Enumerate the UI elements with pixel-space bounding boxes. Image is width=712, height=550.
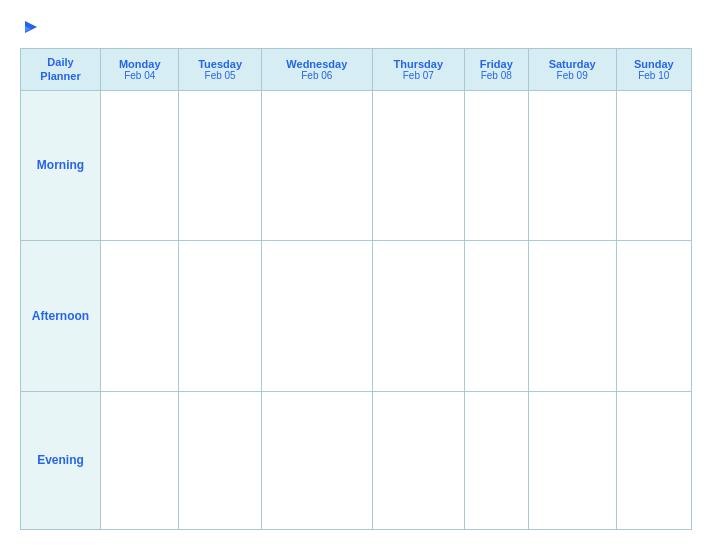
day-date: Feb 06 [264,70,370,81]
planner-row-afternoon: Afternoon [21,241,692,392]
logo [20,18,39,34]
cell-evening-wednesday[interactable] [261,391,372,529]
day-name: Friday [467,58,526,70]
cell-evening-thursday[interactable] [372,391,464,529]
col-header-wednesday: WednesdayFeb 06 [261,49,372,91]
cell-afternoon-monday[interactable] [101,241,179,392]
day-date: Feb 04 [103,70,176,81]
cell-afternoon-friday[interactable] [464,241,528,392]
col-header-friday: FridayFeb 08 [464,49,528,91]
day-name: Wednesday [264,58,370,70]
day-name: Monday [103,58,176,70]
cell-evening-tuesday[interactable] [179,391,261,529]
cell-morning-sunday[interactable] [616,90,691,241]
cell-afternoon-saturday[interactable] [528,241,616,392]
cell-evening-monday[interactable] [101,391,179,529]
col-header-sunday: SundayFeb 10 [616,49,691,91]
logo-icon [21,18,39,36]
col-header-saturday: SaturdayFeb 09 [528,49,616,91]
row-label-afternoon: Afternoon [21,241,101,392]
cell-morning-tuesday[interactable] [179,90,261,241]
col-header-label: DailyPlanner [21,49,101,91]
col-header-monday: MondayFeb 04 [101,49,179,91]
cell-morning-friday[interactable] [464,90,528,241]
cell-evening-saturday[interactable] [528,391,616,529]
cell-morning-wednesday[interactable] [261,90,372,241]
header-row: DailyPlanner MondayFeb 04TuesdayFeb 05We… [21,49,692,91]
cell-morning-saturday[interactable] [528,90,616,241]
day-name: Sunday [619,58,689,70]
label-col-top: DailyPlanner [25,55,96,84]
day-name: Tuesday [181,58,258,70]
col-header-tuesday: TuesdayFeb 05 [179,49,261,91]
day-name: Saturday [531,58,614,70]
cell-afternoon-thursday[interactable] [372,241,464,392]
cell-evening-sunday[interactable] [616,391,691,529]
row-label-morning: Morning [21,90,101,241]
day-date: Feb 05 [181,70,258,81]
cell-afternoon-wednesday[interactable] [261,241,372,392]
day-name: Thursday [375,58,462,70]
planner-row-evening: Evening [21,391,692,529]
cell-morning-thursday[interactable] [372,90,464,241]
cell-afternoon-tuesday[interactable] [179,241,261,392]
day-date: Feb 09 [531,70,614,81]
day-date: Feb 08 [467,70,526,81]
cell-morning-monday[interactable] [101,90,179,241]
row-label-evening: Evening [21,391,101,529]
col-header-thursday: ThursdayFeb 07 [372,49,464,91]
page-header [20,18,692,34]
planner-row-morning: Morning [21,90,692,241]
cell-evening-friday[interactable] [464,391,528,529]
day-date: Feb 07 [375,70,462,81]
day-date: Feb 10 [619,70,689,81]
cell-afternoon-sunday[interactable] [616,241,691,392]
planner-table: DailyPlanner MondayFeb 04TuesdayFeb 05We… [20,48,692,530]
